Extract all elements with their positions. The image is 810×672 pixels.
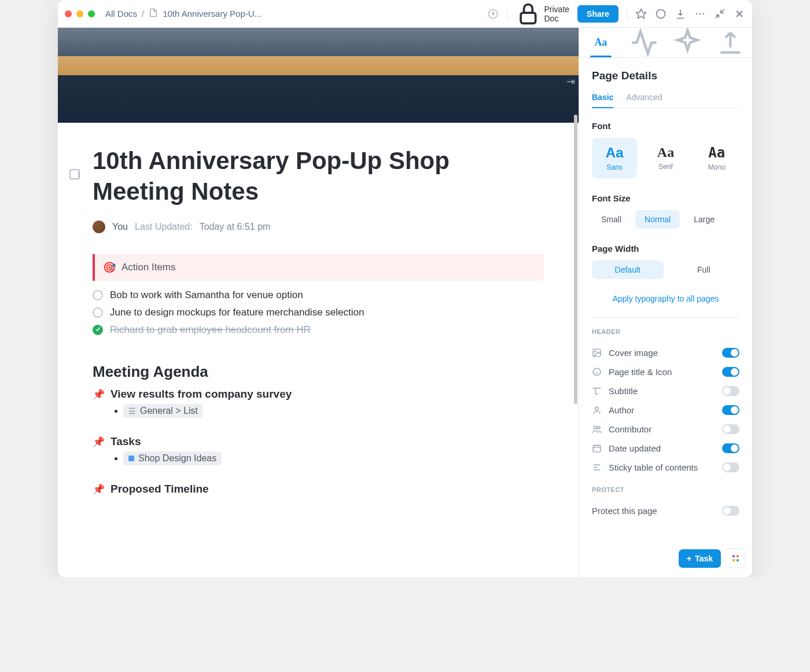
svg-point-12 bbox=[598, 427, 600, 429]
image-icon bbox=[592, 348, 602, 358]
more-icon[interactable] bbox=[694, 8, 706, 20]
svg-point-8 bbox=[595, 351, 596, 352]
minimize-window-icon[interactable] bbox=[76, 10, 83, 17]
updated-label: Last Updated: bbox=[135, 222, 193, 232]
panel-heading: Page Details bbox=[592, 69, 739, 82]
agenda-item[interactable]: 📌 Proposed Timeline bbox=[93, 483, 544, 495]
toggle-switch[interactable] bbox=[722, 462, 739, 472]
avatar[interactable] bbox=[93, 221, 105, 233]
toggle-date-updated: Date updated bbox=[592, 439, 739, 458]
cover-image[interactable]: ⇥ bbox=[58, 28, 579, 123]
toc-icon bbox=[592, 462, 602, 472]
detail-tabs: Basic Advanced bbox=[592, 93, 739, 108]
checkbox-icon[interactable] bbox=[93, 307, 103, 318]
emoji-icon bbox=[592, 367, 602, 377]
font-section-label: Font bbox=[592, 121, 739, 131]
breadcrumb: All Docs / 10th Anniversary Pop-U... bbox=[105, 8, 483, 19]
tab-advanced[interactable]: Advanced bbox=[626, 93, 662, 108]
action-items-list: Bob to work with Samantha for venue opti… bbox=[93, 287, 544, 339]
toggle-label: Contributor bbox=[609, 424, 651, 434]
view-chip[interactable]: ☰ General > List bbox=[123, 404, 203, 418]
agenda-item[interactable]: 📌 View results from company survey bbox=[93, 388, 544, 401]
close-window-icon[interactable] bbox=[65, 10, 72, 17]
panel-tabs: Aa bbox=[579, 28, 752, 58]
toggle-subtitle: Subtitle bbox=[592, 381, 739, 401]
star-icon[interactable] bbox=[635, 8, 647, 20]
svg-point-6 bbox=[703, 13, 705, 14]
tab-ai[interactable] bbox=[666, 28, 709, 57]
apps-button[interactable] bbox=[726, 548, 745, 568]
users-icon bbox=[592, 424, 602, 434]
font-options: AaSans AaSerif AaMono bbox=[592, 138, 739, 178]
font-size-large[interactable]: Large bbox=[684, 210, 724, 229]
font-sans[interactable]: AaSans bbox=[592, 138, 637, 178]
toggle-switch[interactable] bbox=[722, 367, 739, 377]
collapse-icon[interactable] bbox=[714, 8, 726, 20]
svg-point-3 bbox=[657, 9, 665, 18]
calendar-icon bbox=[592, 443, 602, 453]
toggle-switch[interactable] bbox=[722, 348, 739, 358]
toggle-switch[interactable] bbox=[722, 405, 739, 415]
tab-basic[interactable]: Basic bbox=[592, 93, 613, 108]
author-name: You bbox=[112, 222, 128, 232]
toggle-label: Page title & Icon bbox=[609, 367, 672, 377]
status-square-icon bbox=[128, 456, 134, 461]
toc-widget-icon[interactable] bbox=[69, 169, 80, 179]
page-title[interactable]: 10th Anniversary Pop-Up Shop Meeting Not… bbox=[93, 146, 544, 207]
new-task-button[interactable]: + Task bbox=[679, 549, 721, 568]
agenda-heading[interactable]: Meeting Agenda bbox=[93, 363, 544, 381]
bullet-icon bbox=[115, 457, 117, 460]
action-item[interactable]: Richard to grab employee headcount from … bbox=[93, 321, 544, 339]
toggle-switch[interactable] bbox=[722, 386, 739, 396]
font-serif[interactable]: AaSerif bbox=[643, 138, 688, 178]
breadcrumb-separator: / bbox=[142, 9, 144, 19]
svg-point-5 bbox=[699, 13, 701, 14]
task-chip[interactable]: Shop Design Ideas bbox=[123, 451, 222, 465]
breadcrumb-current[interactable]: 10th Anniversary Pop-U... bbox=[163, 9, 262, 19]
user-icon bbox=[592, 405, 602, 415]
history-icon[interactable] bbox=[487, 8, 499, 20]
toggle-cover-image: Cover image bbox=[592, 343, 739, 362]
toggle-switch[interactable] bbox=[722, 443, 739, 453]
page-width-full[interactable]: Full bbox=[668, 260, 740, 279]
privacy-indicator[interactable]: Private Doc bbox=[516, 1, 569, 27]
apply-typography-link[interactable]: Apply typography to all pages bbox=[592, 294, 739, 303]
checkbox-checked-icon[interactable] bbox=[93, 325, 103, 335]
breadcrumb-root[interactable]: All Docs bbox=[105, 9, 137, 19]
page-width-default[interactable]: Default bbox=[592, 260, 664, 279]
toggle-contributor: Contributor bbox=[592, 420, 739, 439]
maximize-window-icon[interactable] bbox=[88, 10, 95, 17]
comment-icon[interactable] bbox=[655, 8, 667, 20]
close-icon[interactable] bbox=[734, 8, 745, 20]
font-size-normal[interactable]: Normal bbox=[635, 210, 680, 229]
action-item[interactable]: June to design mockups for feature merch… bbox=[93, 304, 544, 321]
window-controls bbox=[65, 10, 95, 17]
action-item[interactable]: Bob to work with Samantha for venue opti… bbox=[93, 287, 544, 304]
checkbox-icon[interactable] bbox=[93, 290, 103, 300]
font-size-small[interactable]: Small bbox=[592, 210, 631, 229]
svg-rect-13 bbox=[593, 446, 601, 452]
share-button[interactable]: Share bbox=[577, 5, 618, 23]
action-items-label: Action Items bbox=[122, 262, 176, 273]
pin-icon: 📌 bbox=[93, 388, 105, 401]
protect-group-label: PROTECT bbox=[592, 486, 739, 493]
agenda-item-text: Proposed Timeline bbox=[111, 483, 209, 495]
page-width-options: Default Full bbox=[592, 260, 739, 279]
action-item-text: Bob to work with Samantha for venue opti… bbox=[110, 289, 303, 301]
tab-export[interactable] bbox=[709, 28, 752, 57]
agenda-item[interactable]: 📌 Tasks bbox=[93, 435, 544, 448]
page-width-section-label: Page Width bbox=[592, 244, 739, 254]
download-icon[interactable] bbox=[675, 8, 686, 20]
font-mono[interactable]: AaMono bbox=[694, 138, 739, 178]
svg-point-4 bbox=[696, 13, 698, 14]
target-icon: 🎯 bbox=[103, 261, 116, 274]
toggle-switch[interactable] bbox=[722, 424, 739, 434]
scrollbar[interactable] bbox=[574, 115, 577, 404]
toggle-label: Cover image bbox=[609, 348, 658, 358]
tab-activity[interactable] bbox=[623, 28, 666, 57]
tab-typography[interactable]: Aa bbox=[579, 28, 623, 57]
toggle-label: Protect this page bbox=[592, 506, 657, 516]
toggle-switch[interactable] bbox=[722, 506, 739, 516]
header-group-label: HEADER bbox=[592, 328, 739, 335]
panel-resize-icon[interactable]: ⇥ bbox=[566, 75, 575, 88]
